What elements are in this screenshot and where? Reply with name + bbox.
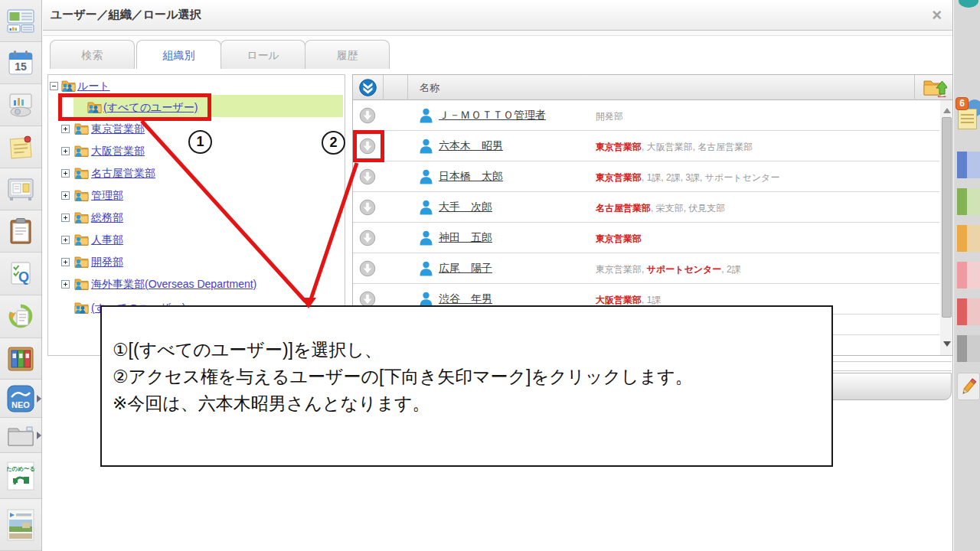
- flyout-arrow-icon[interactable]: [37, 432, 41, 439]
- notification-icon[interactable]: 6: [956, 98, 980, 133]
- side-blue-tab[interactable]: [957, 152, 980, 178]
- flyout-arrow-icon[interactable]: [37, 395, 41, 403]
- expand-toggle-icon[interactable]: [61, 214, 70, 222]
- callout-number-1: 1: [188, 130, 212, 154]
- user-departments: 東京営業部, サポートセンター, 2課: [596, 263, 741, 276]
- background-side-strip: 6: [954, 0, 980, 551]
- user-row: 日本橋 太郎東京営業部, 1課, 2課, 3課, サポートセンター: [353, 161, 939, 192]
- user-row: 広尾 陽子東京営業部, サポートセンター, 2課: [353, 253, 939, 284]
- sidebar-item-dashboard[interactable]: [0, 0, 41, 42]
- sidebar-item-tanomail[interactable]: たのめ〜る: [0, 453, 41, 499]
- user-name-link[interactable]: 大手 次郎: [439, 201, 492, 214]
- folder-user-icon: [74, 211, 90, 226]
- tree-department-link[interactable]: 海外事業部(Overseas Department): [91, 278, 256, 292]
- svg-text:NEO: NEO: [11, 400, 30, 409]
- side-pink-tab[interactable]: [957, 262, 980, 289]
- expand-toggle-icon[interactable]: [61, 169, 70, 178]
- user-icon: [419, 200, 433, 218]
- scroll-down-icon[interactable]: [943, 341, 951, 347]
- list-scrollbar[interactable]: [940, 100, 953, 356]
- user-name-link[interactable]: 広尾 陽子: [439, 262, 492, 276]
- expand-toggle-icon[interactable]: [61, 236, 70, 244]
- tree-department-link[interactable]: 大阪営業部: [91, 145, 145, 158]
- instruction-note-box: ①[(すべてのユーザー)]を選択し、 ②アクセス権を与えるユーザーの[下向き矢印…: [100, 305, 833, 467]
- collapse-toggle-icon[interactable]: [50, 82, 58, 90]
- add-user-arrow-icon[interactable]: [359, 168, 376, 188]
- side-orange-tab[interactable]: [957, 225, 980, 252]
- user-departments: 東京営業部, 1課, 2課, 3課, サポートセンター: [596, 171, 779, 184]
- user-name-link[interactable]: Ｊ－ＭＯＴＴＯ管理者: [439, 109, 546, 122]
- scroll-up-icon[interactable]: [943, 108, 951, 113]
- sidebar-item-presentation[interactable]: [0, 84, 41, 126]
- folder-user-icon: [74, 189, 90, 204]
- sidebar-item-circulation[interactable]: [0, 295, 41, 338]
- user-icon: [419, 108, 433, 126]
- folder-user-icon: [74, 167, 90, 181]
- expand-toggle-icon[interactable]: [61, 280, 70, 289]
- side-red-tab[interactable]: [957, 298, 980, 325]
- folder-user-icon: [74, 145, 90, 159]
- add-user-arrow-icon[interactable]: [359, 230, 376, 249]
- sidebar-item-cabinet[interactable]: [0, 338, 41, 380]
- note-line-1: ①[(すべてのユーザー)]を選択し、: [113, 338, 825, 362]
- screen: 15 Q NEO たのめ〜る: [0, 0, 980, 551]
- sidebar-item-folder[interactable]: [0, 418, 41, 453]
- svg-text:Q: Q: [18, 269, 29, 285]
- sidebar-item-neo[interactable]: NEO: [0, 380, 41, 418]
- user-icon: [419, 230, 433, 249]
- expand-toggle-icon[interactable]: [61, 125, 70, 133]
- tree-department-link[interactable]: 東京営業部: [91, 122, 145, 136]
- tree-root-link[interactable]: ルート: [77, 80, 110, 93]
- add-user-arrow-icon[interactable]: [359, 260, 376, 280]
- tree-department-link[interactable]: 人事部: [91, 233, 123, 247]
- user-name-link[interactable]: 六本木 昭男: [439, 139, 503, 153]
- svg-text:たのめ〜る: たのめ〜る: [7, 465, 34, 472]
- sidebar-item-clipboard[interactable]: [0, 210, 41, 253]
- sidebar-item-ad[interactable]: [0, 499, 41, 551]
- folder-user-icon: [74, 233, 90, 248]
- user-name-link[interactable]: 神田 五郎: [439, 231, 492, 245]
- add-user-arrow-icon[interactable]: [359, 199, 376, 219]
- user-icon: [419, 261, 433, 279]
- sidebar-item-memo[interactable]: [0, 126, 41, 168]
- sidebar-item-bulletin-board[interactable]: [0, 168, 41, 210]
- sidebar-item-calendar[interactable]: 15: [0, 42, 41, 84]
- tab-role[interactable]: ロール: [220, 40, 305, 69]
- tanomail-icon: たのめ〜る: [7, 461, 34, 491]
- tab-history[interactable]: 履歴: [305, 40, 390, 69]
- user-name-link[interactable]: 渋谷 年男: [439, 292, 492, 306]
- add-user-arrow-icon[interactable]: [359, 107, 376, 127]
- pencil-icon[interactable]: [957, 373, 980, 400]
- user-departments: 東京営業部, 大阪営業部, 名古屋営業部: [596, 141, 753, 154]
- folder-user-icon: [74, 278, 90, 292]
- sidebar-item-survey[interactable]: Q: [0, 253, 41, 295]
- tree-item-department: 名古屋営業部: [48, 164, 345, 184]
- tree-item-department: 総務部: [48, 208, 345, 229]
- user-departments: 開発部: [596, 110, 623, 123]
- tree-department-link[interactable]: 総務部: [91, 211, 123, 225]
- close-icon[interactable]: ×: [932, 5, 942, 25]
- side-gray-tab[interactable]: [957, 335, 980, 362]
- user-departments: 名古屋営業部, 栄支部, 伏見支部: [596, 202, 725, 215]
- bulletin-board-icon: [7, 177, 34, 201]
- name-column-header: 名称: [420, 81, 439, 95]
- dialog-header-strip: [43, 31, 952, 36]
- circulation-icon: [7, 304, 34, 330]
- tab-by-organization[interactable]: 組織別: [136, 40, 221, 69]
- expand-toggle-icon[interactable]: [61, 191, 70, 200]
- user-row: 六本木 昭男東京営業部, 大阪営業部, 名古屋営業部: [353, 131, 939, 161]
- user-name-link[interactable]: 日本橋 太郎: [439, 170, 503, 184]
- expand-toggle-icon[interactable]: [61, 147, 70, 155]
- tab-search[interactable]: 検索: [50, 40, 135, 69]
- notification-badge: 6: [956, 97, 969, 110]
- add-all-users-icon[interactable]: [359, 79, 377, 99]
- side-green-tab[interactable]: [957, 188, 980, 215]
- survey-icon: Q: [8, 261, 34, 287]
- user-icon: [419, 139, 433, 157]
- tree-department-link[interactable]: 開発部: [91, 256, 123, 269]
- scrollbar-thumb[interactable]: [942, 117, 952, 318]
- tree-department-link[interactable]: 管理部: [91, 189, 123, 203]
- tree-department-link[interactable]: 名古屋営業部: [91, 167, 155, 181]
- expand-toggle-icon[interactable]: [61, 258, 70, 266]
- move-up-folder-icon[interactable]: [923, 78, 947, 100]
